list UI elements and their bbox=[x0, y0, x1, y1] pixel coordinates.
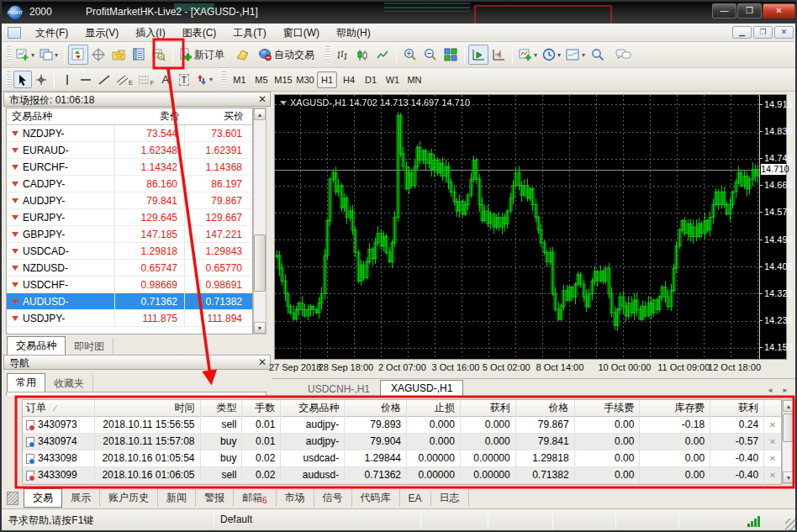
market-watch-close-icon[interactable]: ✕ bbox=[258, 93, 267, 105]
order-row-3433099[interactable]: 34330992018.10.16 01:06:05sell0.02audusd… bbox=[23, 467, 781, 484]
profiles-button[interactable]: ▾ bbox=[37, 45, 61, 65]
terminal-tab-[interactable]: 账户历史 bbox=[100, 489, 158, 507]
navigator-tab-[interactable]: 常用 bbox=[7, 373, 45, 392]
menu-item-f[interactable]: 文件(F) bbox=[27, 24, 77, 42]
periods-button[interactable]: ▾ bbox=[540, 45, 563, 65]
market-watch-row-audusd[interactable]: AUDUSD-0.713620.71382 bbox=[7, 293, 252, 310]
toolbar-grip[interactable] bbox=[222, 71, 226, 88]
timeframe-button-h4[interactable]: H4 bbox=[339, 71, 359, 88]
market-watch-row-audjpy[interactable]: AUDJPY-79.84179.867 bbox=[7, 192, 252, 209]
chart-close-button[interactable]: ✕ bbox=[774, 26, 794, 39]
new-order-button[interactable]: 新订单 bbox=[177, 45, 227, 65]
menu-item-t[interactable]: 工具(T) bbox=[224, 24, 274, 42]
scroll-thumb[interactable] bbox=[783, 413, 794, 442]
market-watch-row-cadjpy[interactable]: CADJPY-86.16086.197 bbox=[7, 176, 252, 192]
market-watch-tab-[interactable]: 即时图 bbox=[66, 338, 113, 356]
timeframe-button-w1[interactable]: W1 bbox=[383, 71, 403, 88]
terminal-tab-[interactable]: 邮箱6 bbox=[234, 489, 277, 507]
strategy-tester-button[interactable] bbox=[149, 45, 169, 65]
status-profile[interactable]: Default bbox=[220, 514, 252, 525]
menu-item-h[interactable]: 帮助(H) bbox=[328, 24, 379, 42]
text-label-tool[interactable]: T bbox=[175, 71, 193, 88]
terminal-tab-[interactable]: 警报 bbox=[196, 489, 234, 507]
terminal-tab-[interactable]: 日志 bbox=[431, 489, 469, 507]
market-watch-row-nzdusd[interactable]: NZDUSD-0.657470.65770 bbox=[7, 260, 252, 277]
market-watch-button[interactable] bbox=[68, 45, 88, 65]
auto-scroll-button[interactable] bbox=[468, 45, 488, 65]
chart-shift-button[interactable] bbox=[488, 45, 509, 65]
vertical-line-tool[interactable] bbox=[58, 71, 77, 88]
arrows-tool[interactable]: ▾ bbox=[193, 71, 215, 88]
indicators-button[interactable]: ▾ bbox=[516, 45, 540, 65]
terminal-button[interactable] bbox=[129, 45, 149, 65]
chart-plot-area[interactable]: XAGUSD-,H1 14.702 14.713 14.697 14.710 1… bbox=[274, 94, 787, 360]
chart-tab-usdcnhh1[interactable]: USDCNH-,H1 bbox=[298, 382, 380, 397]
navigator-tab-[interactable]: 收藏夹 bbox=[45, 375, 93, 392]
timeframe-button-mn[interactable]: MN bbox=[404, 71, 425, 88]
menu-item-c[interactable]: 图表(C) bbox=[174, 24, 225, 42]
market-watch-row-usdchf[interactable]: USDCHF-0.986690.98691 bbox=[7, 277, 252, 293]
terminal-grip-icon[interactable] bbox=[7, 492, 18, 505]
timeframe-button-m30[interactable]: M30 bbox=[295, 71, 315, 88]
crosshair-tool-button[interactable] bbox=[32, 71, 50, 88]
toolbar-grip[interactable] bbox=[325, 46, 330, 63]
trendline-tool[interactable] bbox=[95, 71, 113, 88]
timeframe-button-h1[interactable]: H1 bbox=[317, 71, 337, 88]
window-restore-button[interactable]: ❐ bbox=[737, 3, 762, 18]
fibonacci-tool[interactable]: F bbox=[135, 71, 156, 88]
child-window-system-icon[interactable] bbox=[8, 27, 21, 39]
zoom-out-button[interactable] bbox=[420, 45, 441, 65]
scroll-up-button[interactable]: ▲ bbox=[783, 400, 794, 412]
data-window-button[interactable] bbox=[88, 45, 108, 65]
terminal-tab-[interactable]: 展示 bbox=[62, 489, 100, 507]
market-watch-row-nzdjpy[interactable]: NZDJPY-73.54473.601 bbox=[7, 125, 252, 142]
search-button[interactable] bbox=[588, 45, 608, 65]
scroll-thumb[interactable] bbox=[254, 234, 266, 292]
close-order-button[interactable]: ✕ bbox=[764, 417, 781, 434]
terminal-tab-[interactable]: 代码库 bbox=[352, 489, 400, 507]
toolbar-grip[interactable] bbox=[7, 46, 11, 63]
templates-button[interactable]: ▾ bbox=[563, 45, 588, 65]
window-minimize-button[interactable]: — bbox=[712, 3, 736, 18]
menu-item-w[interactable]: 窗口(W) bbox=[275, 24, 328, 42]
market-watch-row-gbpjpy[interactable]: GBPJPY-147.185147.221 bbox=[7, 226, 252, 243]
candlestick-mode-button[interactable] bbox=[352, 45, 372, 65]
toolbar-grip[interactable] bbox=[7, 71, 11, 88]
navigator-button[interactable] bbox=[108, 45, 129, 65]
orders-scrollbar[interactable]: ▲ ▼ bbox=[782, 399, 795, 484]
price-chart-canvas[interactable] bbox=[275, 95, 759, 359]
market-watch-scrollbar[interactable]: ▲ ▼ bbox=[253, 108, 267, 334]
chart-minimize-button[interactable]: ▁ bbox=[732, 26, 752, 39]
scroll-up-button[interactable]: ▲ bbox=[254, 108, 266, 120]
timeframe-button-m15[interactable]: M15 bbox=[273, 71, 293, 88]
market-watch-row-usdcad[interactable]: USDCAD-1.298181.29843 bbox=[7, 243, 252, 260]
navigator-close-icon[interactable]: ✕ bbox=[258, 356, 267, 368]
terminal-tab-[interactable]: 市场 bbox=[277, 489, 314, 507]
market-watch-tab-[interactable]: 交易品种 bbox=[7, 336, 66, 356]
terminal-tab-[interactable]: 信号 bbox=[314, 489, 352, 507]
market-watch-row-usdjpy[interactable]: USDJPY-111.875111.894 bbox=[7, 310, 252, 327]
equidistant-channel-tool[interactable]: E bbox=[113, 71, 135, 88]
tile-windows-button[interactable] bbox=[441, 45, 461, 65]
metaeditor-button[interactable] bbox=[232, 45, 252, 65]
menu-item-i[interactable]: 插入(I) bbox=[127, 24, 173, 42]
cursor-tool-button[interactable] bbox=[13, 71, 32, 88]
new-chart-button[interactable]: ▾ bbox=[13, 45, 37, 65]
terminal-tab-[interactable]: 交易 bbox=[24, 488, 62, 508]
line-chart-mode-button[interactable] bbox=[372, 45, 393, 65]
chart-tab-scroll-arrows[interactable]: ◄ ► bbox=[767, 387, 792, 394]
autotrading-button[interactable]: 自动交易 bbox=[256, 45, 317, 65]
close-order-button[interactable]: ✕ bbox=[764, 467, 781, 484]
order-row-3430974[interactable]: 34309742018.10.11 15:57:08buy0.01audjpy-… bbox=[23, 434, 781, 450]
timeframe-button-m1[interactable]: M1 bbox=[230, 71, 250, 88]
zoom-in-button[interactable] bbox=[400, 45, 420, 65]
menu-item-v[interactable]: 显示(V) bbox=[77, 24, 127, 42]
time-axis[interactable]: 27 Sep 201828 Sep 18:002 Oct 07:003 Oct … bbox=[274, 361, 787, 377]
terminal-tab-ea[interactable]: EA bbox=[400, 491, 431, 506]
terminal-tab-[interactable]: 新闻 bbox=[158, 489, 196, 507]
scroll-down-button[interactable]: ▼ bbox=[783, 471, 794, 483]
price-axis[interactable]: 14.91514.83014.74514.66014.57514.49014.4… bbox=[759, 95, 787, 359]
order-row-3433098[interactable]: 34330982018.10.16 01:05:54buy0.02usdcad-… bbox=[23, 450, 781, 467]
chart-tab-xagusdh1[interactable]: XAGUSD-,H1 bbox=[380, 380, 463, 397]
close-order-button[interactable]: ✕ bbox=[764, 450, 781, 467]
